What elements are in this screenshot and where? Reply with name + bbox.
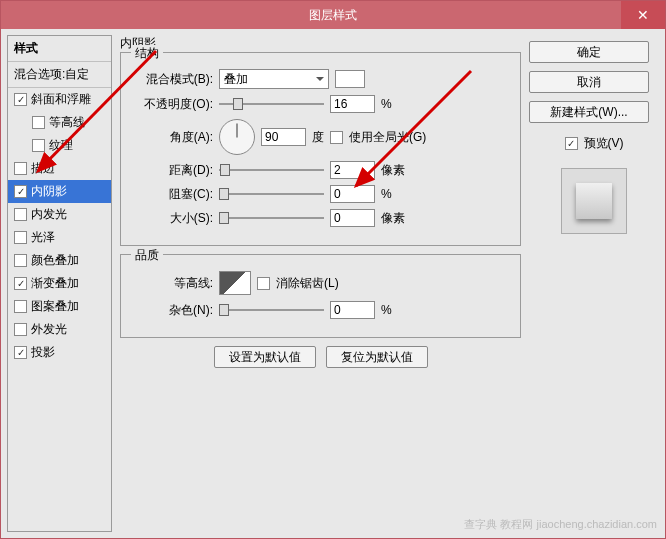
style-item-label: 内发光	[31, 206, 67, 223]
style-item-checkbox[interactable]	[14, 93, 27, 106]
contour-label: 等高线:	[133, 275, 213, 292]
style-item-1[interactable]: 等高线	[8, 111, 111, 134]
titlebar[interactable]: 图层样式 ✕	[1, 1, 665, 29]
style-item-6[interactable]: 光泽	[8, 226, 111, 249]
distance-field[interactable]: 2	[330, 161, 375, 179]
style-item-label: 图案叠加	[31, 298, 79, 315]
reset-default-button[interactable]: 复位为默认值	[326, 346, 428, 368]
window-title: 图层样式	[309, 7, 357, 24]
preview-label: 预览(V)	[584, 135, 624, 152]
size-label: 大小(S):	[133, 210, 213, 227]
close-button[interactable]: ✕	[621, 1, 665, 29]
antialias-checkbox[interactable]	[257, 277, 270, 290]
watermark: 查字典 教程网 jiaocheng.chazidian.com	[464, 517, 657, 532]
antialias-label: 消除锯齿(L)	[276, 275, 339, 292]
style-item-checkbox[interactable]	[14, 208, 27, 221]
size-unit: 像素	[381, 210, 405, 227]
style-item-checkbox[interactable]	[14, 323, 27, 336]
new-style-button[interactable]: 新建样式(W)...	[529, 101, 649, 123]
style-item-checkbox[interactable]	[32, 116, 45, 129]
quality-group: 品质 等高线: 消除锯齿(L) 杂色(N): 0 %	[120, 254, 521, 338]
set-default-button[interactable]: 设置为默认值	[214, 346, 316, 368]
style-item-label: 外发光	[31, 321, 67, 338]
style-item-label: 纹理	[49, 137, 73, 154]
choke-field[interactable]: 0	[330, 185, 375, 203]
blend-mode-dropdown[interactable]: 叠加	[219, 69, 329, 89]
distance-label: 距离(D):	[133, 162, 213, 179]
style-item-checkbox[interactable]	[14, 231, 27, 244]
preview-checkbox[interactable]	[565, 137, 578, 150]
style-item-label: 斜面和浮雕	[31, 91, 91, 108]
settings-panel: 内阴影 结构 混合模式(B): 叠加 不透明度(O): 16 % 角度(A):	[112, 35, 529, 532]
distance-unit: 像素	[381, 162, 405, 179]
blend-options[interactable]: 混合选项:自定	[8, 62, 111, 88]
style-list-header: 样式	[8, 36, 111, 62]
global-light-checkbox[interactable]	[330, 131, 343, 144]
style-item-checkbox[interactable]	[14, 162, 27, 175]
style-item-checkbox[interactable]	[14, 277, 27, 290]
blend-mode-label: 混合模式(B):	[133, 71, 213, 88]
choke-slider[interactable]	[219, 186, 324, 202]
style-item-11[interactable]: 投影	[8, 341, 111, 364]
cancel-button[interactable]: 取消	[529, 71, 649, 93]
style-item-10[interactable]: 外发光	[8, 318, 111, 341]
style-item-8[interactable]: 渐变叠加	[8, 272, 111, 295]
opacity-label: 不透明度(O):	[133, 96, 213, 113]
global-light-label: 使用全局光(G)	[349, 129, 426, 146]
noise-slider[interactable]	[219, 302, 324, 318]
angle-unit: 度	[312, 129, 324, 146]
contour-picker[interactable]	[219, 271, 251, 295]
style-item-label: 描边	[31, 160, 55, 177]
style-item-0[interactable]: 斜面和浮雕	[8, 88, 111, 111]
layer-style-dialog: 图层样式 ✕ 样式 混合选项:自定 斜面和浮雕等高线纹理描边内阴影内发光光泽颜色…	[0, 0, 666, 539]
style-item-label: 等高线	[49, 114, 85, 131]
opacity-unit: %	[381, 97, 392, 111]
style-item-checkbox[interactable]	[14, 254, 27, 267]
style-item-checkbox[interactable]	[14, 300, 27, 313]
style-item-4[interactable]: 内阴影	[8, 180, 111, 203]
angle-label: 角度(A):	[133, 129, 213, 146]
panel-heading: 内阴影	[120, 35, 521, 52]
style-item-7[interactable]: 颜色叠加	[8, 249, 111, 272]
size-field[interactable]: 0	[330, 209, 375, 227]
quality-legend: 品质	[131, 247, 163, 264]
distance-slider[interactable]	[219, 162, 324, 178]
style-item-checkbox[interactable]	[32, 139, 45, 152]
choke-label: 阻塞(C):	[133, 186, 213, 203]
style-item-label: 颜色叠加	[31, 252, 79, 269]
structure-legend: 结构	[131, 45, 163, 62]
opacity-field[interactable]: 16	[330, 95, 375, 113]
noise-label: 杂色(N):	[133, 302, 213, 319]
style-item-label: 光泽	[31, 229, 55, 246]
color-swatch[interactable]	[335, 70, 365, 88]
style-item-checkbox[interactable]	[14, 185, 27, 198]
opacity-slider[interactable]	[219, 96, 324, 112]
preview-thumbnail	[561, 168, 627, 234]
choke-unit: %	[381, 187, 392, 201]
ok-button[interactable]: 确定	[529, 41, 649, 63]
style-item-2[interactable]: 纹理	[8, 134, 111, 157]
structure-group: 结构 混合模式(B): 叠加 不透明度(O): 16 % 角度(A): 90 度	[120, 52, 521, 246]
style-item-5[interactable]: 内发光	[8, 203, 111, 226]
style-item-label: 渐变叠加	[31, 275, 79, 292]
style-item-3[interactable]: 描边	[8, 157, 111, 180]
angle-control[interactable]	[219, 119, 255, 155]
style-list: 样式 混合选项:自定 斜面和浮雕等高线纹理描边内阴影内发光光泽颜色叠加渐变叠加图…	[7, 35, 112, 532]
style-item-checkbox[interactable]	[14, 346, 27, 359]
angle-field[interactable]: 90	[261, 128, 306, 146]
size-slider[interactable]	[219, 210, 324, 226]
style-item-label: 内阴影	[31, 183, 67, 200]
right-panel: 确定 取消 新建样式(W)... 预览(V)	[529, 35, 659, 532]
noise-field[interactable]: 0	[330, 301, 375, 319]
noise-unit: %	[381, 303, 392, 317]
style-item-label: 投影	[31, 344, 55, 361]
style-item-9[interactable]: 图案叠加	[8, 295, 111, 318]
